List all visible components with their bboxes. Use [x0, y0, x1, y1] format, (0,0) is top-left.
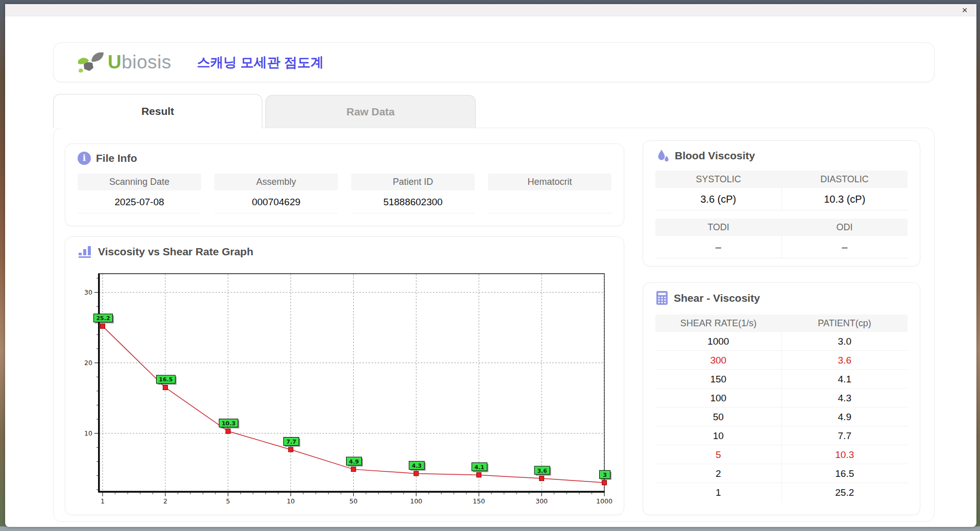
shear-table-body: 10003.03003.61504.11004.3504.9107.7510.3…: [655, 332, 908, 502]
file-info-col-assembly: Assembly 000704629: [214, 174, 338, 213]
graph-card: 1020301251050100150300100025.216.510.37.…: [65, 236, 624, 515]
viscosity-chart: 1020301251050100150300100025.216.510.37.…: [65, 237, 625, 516]
patient-viscosity-value: 4.3: [781, 389, 908, 407]
x-tick-label: 150: [473, 497, 485, 505]
patient-viscosity-value: 10.3: [781, 445, 908, 464]
shear-rate-value: 300: [655, 351, 781, 369]
shear-viscosity-row: 125.2: [655, 483, 908, 502]
data-point-marker: [101, 324, 105, 328]
systolic-value: 3.6 (cP): [655, 188, 781, 210]
shear-viscosity-row: 216.5: [655, 464, 908, 483]
shear-rate-value: 1: [655, 483, 781, 502]
shear-rate-value: 100: [655, 389, 781, 407]
point-label-text: 10.3: [222, 420, 235, 427]
data-point-marker: [414, 471, 419, 476]
odi-header: ODI: [781, 219, 908, 236]
field-label: Scanning Date: [78, 174, 201, 190]
patient-viscosity-value: 7.7: [781, 426, 908, 445]
shear-table-header-row: SHEAR RATE(1/s) PATIENT(cp): [655, 315, 908, 332]
point-label-text: 4.9: [349, 458, 359, 465]
data-point-marker: [288, 447, 293, 452]
field-label: Assembly: [214, 174, 338, 190]
shear-rate-value: 150: [655, 370, 781, 388]
data-point-marker: [226, 429, 230, 433]
x-tick-label: 100: [410, 497, 422, 505]
shear-rate-value: 2: [655, 464, 781, 482]
calculator-icon: [655, 291, 669, 306]
patient-viscosity-value: 16.5: [781, 464, 908, 482]
droplets-icon: [655, 149, 670, 163]
shear-rate-column-header: SHEAR RATE(1/s): [655, 315, 781, 332]
table-value-row: – –: [655, 236, 908, 258]
point-label-text: 16.5: [159, 376, 173, 383]
y-tick-label: 10: [84, 429, 92, 437]
blood-viscosity-header: Blood Viscosity: [655, 149, 755, 163]
x-tick-label: 300: [535, 497, 548, 505]
systolic-diastolic-table: SYSTOLIC DIASTOLIC 3.6 (cP) 10.3 (cP): [655, 171, 908, 210]
point-label-text: 25.2: [96, 315, 110, 322]
shear-viscosity-header: Shear - Viscosity: [655, 291, 760, 306]
file-info-col-scanning-date: Scanning Date 2025-07-08: [78, 174, 201, 213]
diastolic-header: DIASTOLIC: [781, 171, 908, 188]
shear-rate-value: 1000: [655, 332, 781, 350]
shear-viscosity-row: 3003.6: [655, 351, 908, 370]
point-label-text: 7.7: [286, 439, 297, 445]
shear-viscosity-card: Shear - Viscosity SHEAR RATE(1/s) PATIEN…: [643, 282, 920, 515]
patient-column-header: PATIENT(cp): [781, 315, 908, 332]
file-info-card: i File Info Scanning Date 2025-07-08 Ass…: [65, 143, 624, 226]
shear-viscosity-row: 1004.3: [655, 389, 908, 407]
app-header: U biosis 스캐닝 모세관 점도계: [53, 42, 935, 82]
odi-value: –: [781, 236, 908, 258]
y-tick-label: 30: [84, 288, 92, 296]
diastolic-value: 10.3 (cP): [781, 188, 908, 210]
data-point-marker: [602, 480, 607, 485]
x-tick-label: 2: [163, 497, 167, 505]
patient-viscosity-value: 4.1: [781, 370, 908, 388]
x-tick-label: 1000: [596, 497, 612, 505]
shear-viscosity-row: 107.7: [655, 426, 908, 445]
patient-viscosity-value: 3.0: [781, 332, 908, 350]
x-tick-label: 10: [287, 497, 295, 505]
todi-header: TODI: [655, 219, 781, 236]
tab-raw-data[interactable]: Raw Data: [265, 95, 476, 128]
graph-title: Viscosity vs Shear Rate Graph: [98, 246, 253, 258]
file-info-grid: Scanning Date 2025-07-08 Assembly 000704…: [78, 174, 611, 213]
patient-viscosity-value: 4.9: [781, 407, 908, 426]
data-point-marker: [351, 467, 356, 472]
data-point-marker: [540, 476, 544, 481]
patient-viscosity-value: 25.2: [781, 483, 908, 502]
app-title: 스캐닝 모세관 점도계: [197, 54, 324, 71]
file-info-header: i File Info: [78, 152, 137, 165]
shear-viscosity-title: Shear - Viscosity: [674, 292, 760, 304]
field-label: Hematocrit: [488, 174, 611, 190]
todi-value: –: [655, 236, 781, 258]
logo-text-u: U: [108, 52, 121, 73]
bar-chart-icon: [78, 245, 93, 258]
field-label: Patient ID: [351, 174, 475, 190]
file-info-title: File Info: [96, 152, 137, 164]
window-titlebar: ×: [5, 4, 976, 16]
taskbar-strip: [0, 526, 980, 531]
x-tick-label: 5: [226, 497, 230, 505]
field-value: 000704629: [214, 190, 338, 213]
tab-result[interactable]: Result: [53, 94, 262, 128]
table-value-row: 3.6 (cP) 10.3 (cP): [655, 188, 908, 210]
table-header-row: SYSTOLIC DIASTOLIC: [655, 171, 908, 188]
field-value: [488, 190, 611, 213]
close-icon[interactable]: ×: [959, 4, 970, 16]
point-label-text: 4.3: [412, 463, 422, 469]
patient-viscosity-value: 3.6: [781, 351, 908, 369]
shear-rate-value: 50: [655, 407, 781, 426]
file-info-col-patient-id: Patient ID 51888602300: [351, 174, 475, 213]
file-info-col-hematocrit: Hematocrit: [488, 174, 611, 213]
info-icon: i: [78, 152, 91, 165]
blood-viscosity-title: Blood Viscosity: [675, 150, 755, 162]
field-value: 51888602300: [351, 190, 475, 213]
x-tick-label: 50: [350, 497, 358, 505]
data-point-marker: [477, 473, 481, 477]
x-tick-label: 1: [101, 497, 105, 505]
y-tick-label: 20: [84, 359, 92, 367]
blood-viscosity-card: Blood Viscosity SYSTOLIC DIASTOLIC 3.6 (…: [643, 140, 920, 267]
shear-viscosity-row: 510.3: [655, 445, 908, 464]
todi-odi-table: TODI ODI – –: [655, 219, 908, 258]
